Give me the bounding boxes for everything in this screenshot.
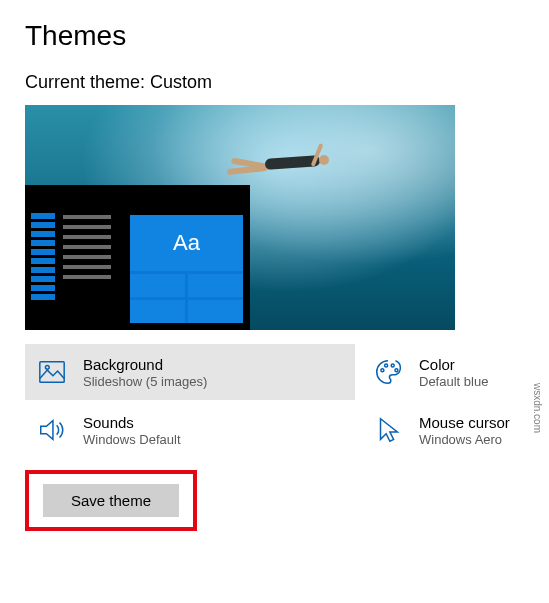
background-title: Background: [83, 356, 207, 373]
color-value: Default blue: [419, 374, 488, 389]
palette-icon: [371, 355, 405, 389]
save-theme-button[interactable]: Save theme: [43, 484, 179, 517]
speaker-icon: [35, 413, 69, 447]
start-menu-preview: Aa: [25, 185, 250, 330]
svg-point-4: [391, 364, 394, 367]
color-option[interactable]: Color Default blue: [361, 344, 524, 400]
watermark: wsxdn.com: [532, 383, 543, 433]
sounds-title: Sounds: [83, 414, 181, 431]
cursor-icon: [371, 413, 405, 447]
picture-icon: [35, 355, 69, 389]
cursor-value: Windows Aero: [419, 432, 510, 447]
svg-point-1: [45, 365, 49, 369]
cursor-option[interactable]: Mouse cursor Windows Aero: [361, 402, 524, 458]
background-option[interactable]: Background Slideshow (5 images): [25, 344, 355, 400]
svg-rect-0: [40, 362, 64, 383]
svg-point-5: [395, 369, 398, 372]
svg-point-2: [381, 369, 384, 372]
cursor-title: Mouse cursor: [419, 414, 510, 431]
sounds-option[interactable]: Sounds Windows Default: [25, 402, 355, 458]
current-theme-label: Current theme: Custom: [25, 72, 524, 93]
svg-marker-6: [41, 421, 53, 440]
color-title: Color: [419, 356, 488, 373]
svg-marker-7: [381, 419, 398, 442]
svg-point-3: [385, 364, 388, 367]
font-preview-label: Aa: [173, 230, 200, 256]
theme-preview: Aa: [25, 105, 455, 330]
theme-options-grid: Background Slideshow (5 images) Color De…: [25, 344, 524, 458]
wallpaper-figure: [225, 141, 375, 181]
page-title: Themes: [25, 20, 524, 52]
background-value: Slideshow (5 images): [83, 374, 207, 389]
save-theme-highlight: Save theme: [25, 470, 197, 531]
sounds-value: Windows Default: [83, 432, 181, 447]
